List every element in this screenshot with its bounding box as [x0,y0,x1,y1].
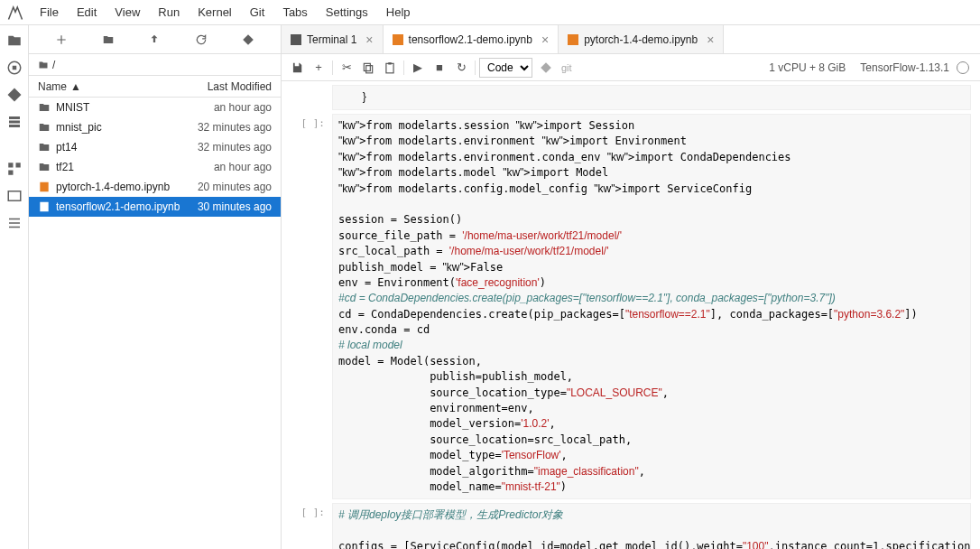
svg-rect-12 [366,65,373,72]
svg-rect-11 [364,63,370,70]
svg-rect-3 [15,163,20,167]
svg-rect-1 [12,66,16,70]
menu-help[interactable]: Help [377,5,420,19]
sort-icon[interactable]: ▲ [70,80,81,93]
editor-tab[interactable]: Terminal 1× [282,25,384,53]
close-icon[interactable]: × [365,33,373,47]
app-logo-icon [7,5,23,21]
svg-rect-2 [8,163,13,167]
resource-status: 1 vCPU + 8 GiB [769,61,846,74]
running-icon[interactable] [6,60,23,76]
menu-file[interactable]: File [31,5,68,19]
notebook-body[interactable]: } [ ]: "kw">from modelarts.session "kw">… [282,81,980,549]
menu-run[interactable]: Run [149,5,189,19]
git-clone-icon[interactable] [242,33,254,46]
cell-input[interactable]: # 调用deploy接口部署模型，生成Predictor对象 configs =… [332,503,971,549]
cell-prompt: [ ]: [296,114,332,499]
cut-icon[interactable]: ✂ [337,58,356,78]
kernel-status-icon[interactable] [957,61,969,74]
svg-rect-10 [568,34,578,45]
menu-tabs[interactable]: Tabs [273,5,316,19]
tabs-icon[interactable] [6,188,23,204]
file-row[interactable]: tf21an hour ago [29,157,281,177]
paste-icon[interactable] [380,58,400,78]
svg-rect-8 [291,34,301,45]
close-icon[interactable]: × [707,33,714,47]
svg-rect-6 [40,182,48,192]
refresh-icon[interactable] [195,33,208,46]
notebook-toolbar: + ✂ ▶ ■ ↻ Code git 1 vCPU + 8 GiB Tensor… [282,54,980,81]
top-menu-bar: File Edit View Run Kernel Git Tabs Setti… [0,0,980,25]
extensions-icon[interactable] [6,161,23,177]
file-toolbar [29,25,281,54]
add-cell-icon[interactable]: + [309,58,328,78]
file-row[interactable]: pytorch-1.4-demo.ipynb20 minutes ago [29,177,281,197]
menu-settings[interactable]: Settings [317,5,377,19]
run-icon[interactable]: ▶ [408,58,428,78]
file-list: MNISTan hour agomnist_pic32 minutes agop… [29,98,281,549]
svg-rect-5 [8,191,21,201]
svg-rect-9 [393,34,403,45]
editor-tab[interactable]: pytorch-1.4-demo.ipynb× [559,25,724,53]
cell-prompt: [ ]: [296,503,332,549]
menu-view[interactable]: View [106,5,149,19]
git-diff-icon[interactable] [540,61,552,74]
file-list-header: Name▲ Last Modified [29,76,281,98]
file-browser: / Name▲ Last Modified MNISTan hour agomn… [29,25,282,549]
upload-icon[interactable] [148,33,161,46]
svg-rect-4 [8,171,13,175]
activity-bar [0,25,29,549]
menu-kernel[interactable]: Kernel [189,5,241,19]
breadcrumb[interactable]: / [29,54,281,76]
menu-git[interactable]: Git [241,5,274,19]
cell-output-fragment: } [332,85,971,110]
cell-type-select[interactable]: Code [479,58,532,78]
git-label: git [561,62,572,73]
svg-rect-13 [386,63,393,73]
menu-edit[interactable]: Edit [68,5,106,19]
tabs-bar: Terminal 1×tensorflow2.1-demo.ipynb×pyto… [282,25,980,54]
code-cell[interactable]: [ ]: # 调用deploy接口部署模型，生成Predictor对象 conf… [291,503,971,549]
copy-icon[interactable] [358,58,378,78]
file-row[interactable]: tensorflow2.1-demo.ipynb30 minutes ago [29,197,281,217]
file-row[interactable]: MNISTan hour ago [29,98,281,117]
editor-tab[interactable]: tensorflow2.1-demo.ipynb× [384,25,559,53]
toc-icon[interactable] [6,215,23,231]
commands-icon[interactable] [6,114,23,130]
cell-input[interactable]: "kw">from modelarts.session "kw">import … [332,114,971,499]
code-cell[interactable]: [ ]: "kw">from modelarts.session "kw">im… [291,114,971,499]
save-icon[interactable] [287,58,307,78]
close-icon[interactable]: × [541,33,549,47]
stop-icon[interactable]: ■ [430,58,449,78]
kernel-name[interactable]: TensorFlow-1.13.1 [860,61,949,74]
file-row[interactable]: mnist_pic32 minutes ago [29,117,281,137]
folder-icon[interactable] [6,33,23,49]
svg-rect-7 [40,202,48,212]
code-cell[interactable]: } [291,85,971,110]
new-launcher-icon[interactable] [55,33,68,46]
git-icon[interactable] [6,87,23,103]
restart-icon[interactable]: ↻ [451,58,471,78]
svg-rect-14 [388,62,392,64]
new-folder-icon[interactable] [102,33,115,46]
editor-area: Terminal 1×tensorflow2.1-demo.ipynb×pyto… [282,25,980,549]
file-row[interactable]: pt1432 minutes ago [29,137,281,157]
